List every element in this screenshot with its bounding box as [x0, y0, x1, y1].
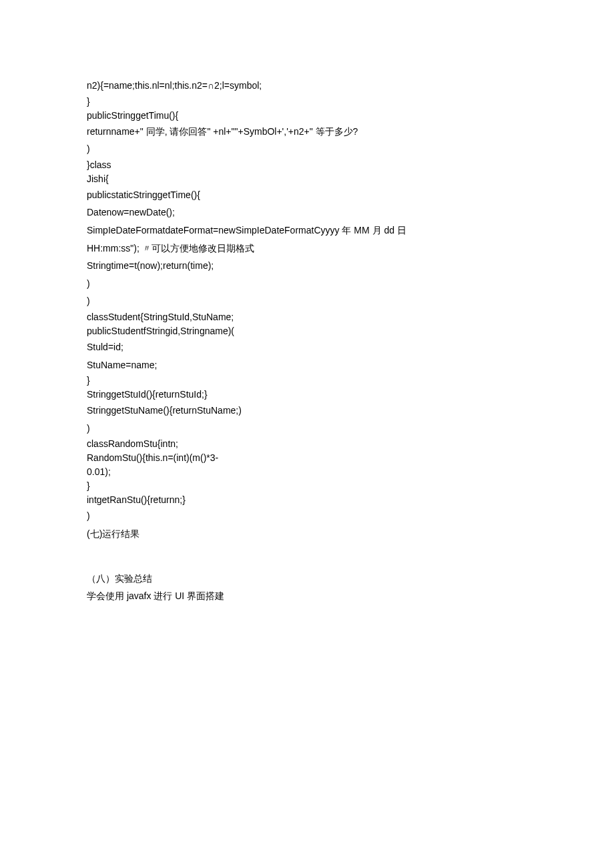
code-line: Stuld=id; — [87, 338, 527, 356]
code-line: } publicStringgetTimu(){ — [87, 95, 527, 123]
code-line: returnname+" 同学, 请你回答" +nl+""+SymbOl+','… — [87, 123, 527, 141]
code-line: 学会使用 javafx 进行 UI 界面搭建 — [87, 587, 527, 605]
code-line: ) — [87, 140, 527, 158]
code-line: } StringgetStuId(){returnStuId;} — [87, 374, 527, 402]
document-body: n2){=name;this.nl=nl;this.n2=∩2;l=symbol… — [87, 77, 527, 605]
code-line: HH:mm:ss"); 〃可以方便地修改日期格式 — [87, 240, 527, 258]
code-line: （八）实验总结 — [87, 570, 527, 588]
code-line: ) — [87, 420, 527, 438]
code-line: ) — [87, 507, 527, 525]
code-line: n2){=name;this.nl=nl;this.n2=∩2;l=symbol… — [87, 77, 527, 95]
code-line: publicstaticStringgetTime(){ — [87, 186, 527, 204]
code-line: classRandomStu{intn; RandomStu(){this.n=… — [87, 437, 527, 479]
code-line: } intgetRanStu(){returnn;} — [87, 479, 527, 507]
code-line: StuName=name; — [87, 356, 527, 374]
code-line: }class Jishi{ — [87, 158, 527, 186]
code-line: ) — [87, 292, 527, 310]
code-line: Datenow=newDate(); — [87, 203, 527, 222]
code-line: SimpIeDateFormatdateFormat=newSimpIeDate… — [87, 222, 527, 240]
code-line: classStudent{StringStuId,StuName; public… — [87, 310, 527, 338]
code-line: (七)运行结果 — [87, 525, 527, 543]
code-line: StringgetStuName(){returnStuName;) — [87, 402, 527, 420]
code-line: Stringtime=t(now);return(time); — [87, 257, 527, 275]
code-line: ) — [87, 275, 527, 293]
